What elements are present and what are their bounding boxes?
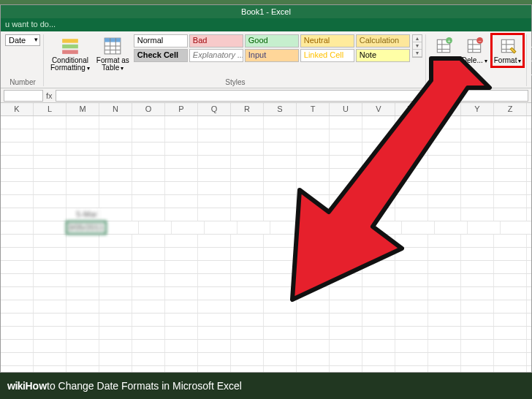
cell[interactable] <box>132 287 165 300</box>
cell[interactable] <box>362 142 395 155</box>
cell[interactable] <box>297 274 330 286</box>
cell[interactable] <box>362 287 395 300</box>
cell[interactable] <box>34 129 66 142</box>
cell[interactable] <box>139 221 172 234</box>
col-header-V[interactable]: V <box>362 103 395 115</box>
cell[interactable] <box>132 129 165 142</box>
cell[interactable] <box>461 116 494 129</box>
cell[interactable] <box>106 221 139 234</box>
cell[interactable] <box>1 327 34 339</box>
cell[interactable] <box>395 129 428 142</box>
cell[interactable] <box>231 182 264 194</box>
cell[interactable] <box>1 169 34 181</box>
formula-input[interactable] <box>56 90 528 102</box>
cell[interactable] <box>297 182 330 194</box>
cell[interactable] <box>362 156 395 168</box>
cell[interactable] <box>165 156 198 168</box>
cell[interactable] <box>395 287 428 300</box>
cell[interactable] <box>395 235 428 247</box>
style-linked-cell[interactable]: Linked Cell <box>300 49 354 62</box>
cell[interactable] <box>395 208 428 221</box>
cell[interactable] <box>494 208 527 221</box>
cell[interactable] <box>34 300 66 313</box>
cell[interactable] <box>362 195 395 208</box>
cell[interactable] <box>1 274 34 286</box>
worksheet[interactable]: KLMNOPQRSTUVWXYZ 5-Mar3/05/2011 <box>1 103 531 372</box>
cell[interactable] <box>330 169 362 181</box>
cell[interactable] <box>66 182 99 194</box>
format-as-table-button[interactable]: Format as Table <box>94 34 132 74</box>
cell[interactable] <box>99 208 132 221</box>
cell[interactable] <box>66 353 99 365</box>
cell[interactable] <box>132 314 165 326</box>
cell[interactable] <box>297 169 330 181</box>
cell[interactable] <box>297 116 330 129</box>
cell[interactable] <box>264 129 297 142</box>
cell[interactable] <box>34 340 66 352</box>
cell[interactable] <box>99 366 132 372</box>
cell[interactable] <box>395 142 428 155</box>
cell[interactable] <box>231 235 264 247</box>
cell[interactable] <box>501 221 531 234</box>
cell[interactable]: 3/05/2011 <box>66 221 106 234</box>
cell[interactable] <box>99 129 132 142</box>
cell[interactable] <box>99 182 132 194</box>
cell[interactable] <box>461 353 494 365</box>
cell[interactable] <box>330 287 362 300</box>
cell[interactable] <box>494 300 527 313</box>
col-header-R[interactable]: R <box>231 103 264 115</box>
cell[interactable] <box>231 287 264 300</box>
cell[interactable] <box>132 208 165 221</box>
cell[interactable] <box>362 261 395 273</box>
cell[interactable] <box>494 274 527 286</box>
cell[interactable] <box>1 248 34 260</box>
cell[interactable] <box>99 248 132 260</box>
cell[interactable] <box>99 195 132 208</box>
cell[interactable] <box>34 248 66 260</box>
cell[interactable] <box>99 169 132 181</box>
cell[interactable] <box>330 261 362 273</box>
cell[interactable] <box>231 195 264 208</box>
cell[interactable] <box>165 235 198 247</box>
cell[interactable] <box>395 327 428 339</box>
cell[interactable] <box>428 300 461 313</box>
cell[interactable] <box>99 314 132 326</box>
cell[interactable] <box>1 221 34 234</box>
cell[interactable] <box>132 261 165 273</box>
cell[interactable] <box>132 235 165 247</box>
cell[interactable] <box>494 129 527 142</box>
style-normal[interactable]: Normal <box>134 34 188 48</box>
cell[interactable] <box>395 248 428 260</box>
cell[interactable] <box>231 274 264 286</box>
cell[interactable] <box>165 327 198 339</box>
col-header-W[interactable]: W <box>395 103 428 115</box>
cell[interactable] <box>362 353 395 365</box>
cell[interactable] <box>66 156 99 168</box>
cell[interactable] <box>264 142 297 155</box>
cell[interactable] <box>198 248 231 260</box>
cell[interactable] <box>231 261 264 273</box>
cell[interactable] <box>494 261 527 273</box>
cell[interactable] <box>99 156 132 168</box>
cell[interactable] <box>264 353 297 365</box>
cell[interactable] <box>198 235 231 247</box>
cell[interactable] <box>99 116 132 129</box>
cell[interactable] <box>428 340 461 352</box>
cell[interactable] <box>99 142 132 155</box>
cell[interactable] <box>1 116 34 129</box>
cell[interactable] <box>66 129 99 142</box>
cell[interactable] <box>428 287 461 300</box>
styles-gallery-more[interactable]: ▴▾▾ <box>412 34 422 58</box>
cell[interactable] <box>428 353 461 365</box>
cell[interactable] <box>165 182 198 194</box>
cell[interactable] <box>231 340 264 352</box>
cell[interactable] <box>66 248 99 260</box>
cell[interactable] <box>428 195 461 208</box>
cell[interactable] <box>165 274 198 286</box>
cell[interactable] <box>66 142 99 155</box>
col-header-Y[interactable]: Y <box>461 103 494 115</box>
cell[interactable] <box>461 208 494 221</box>
cell[interactable] <box>395 314 428 326</box>
cell[interactable] <box>362 129 395 142</box>
cell[interactable] <box>461 287 494 300</box>
